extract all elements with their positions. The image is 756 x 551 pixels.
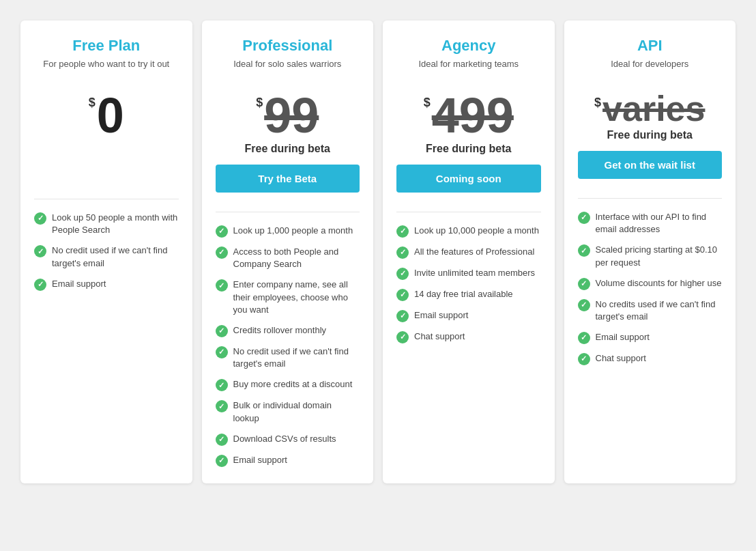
- feature-item: No credit used if we can't find target's…: [216, 345, 360, 370]
- plan-header-free: Free PlanFor people who want to try it o…: [34, 37, 179, 80]
- feature-text: Credits rollover monthly: [233, 324, 327, 337]
- feature-text: Email support: [596, 331, 650, 343]
- check-icon: [34, 245, 46, 257]
- check-icon: [396, 310, 409, 322]
- plan-card-professional: ProfessionalIdeal for solo sales warrior…: [202, 20, 374, 483]
- price-dollar-professional: $: [256, 96, 263, 109]
- feature-item: Email support: [396, 309, 541, 322]
- check-icon: [396, 246, 409, 259]
- plan-name-agency: Agency: [396, 37, 541, 55]
- check-icon: [216, 346, 228, 358]
- divider-free: [34, 199, 179, 199]
- features-list-professional: Look up 1,000 people a monthAccess to bo…: [216, 225, 360, 467]
- price-number-agency: 499: [432, 91, 514, 140]
- check-icon: [578, 244, 590, 257]
- feature-text: Bulk or individual domain lookup: [233, 399, 360, 424]
- plan-price-area-free: $0: [34, 80, 179, 186]
- plan-name-api: API: [578, 37, 723, 55]
- price-dollar-free: $: [89, 96, 96, 109]
- cta-button-professional[interactable]: Try the Beta: [216, 165, 360, 193]
- check-icon: [216, 246, 228, 259]
- cta-button-api[interactable]: Get on the wait list: [578, 151, 723, 179]
- feature-text: Access to both People and Company Search: [233, 246, 360, 270]
- price-dollar-agency: $: [424, 96, 431, 109]
- plan-price-area-api: $variesFree during betaGet on the wait l…: [578, 80, 723, 186]
- feature-text: Volume discounts for higher use: [596, 277, 722, 289]
- feature-item: Email support: [578, 331, 723, 344]
- feature-text: Invite unlimited team members: [414, 267, 535, 279]
- feature-item: Bulk or individual domain lookup: [216, 399, 360, 424]
- feature-text: Buy more credits at a discount: [233, 378, 353, 391]
- feature-item: Buy more credits at a discount: [216, 378, 360, 391]
- price-main-api: $varies: [578, 91, 723, 126]
- feature-text: Look up 1,000 people a month: [233, 225, 353, 237]
- check-icon: [396, 268, 409, 280]
- check-icon: [216, 379, 228, 391]
- feature-item: Email support: [34, 278, 179, 291]
- feature-item: All the features of Professional: [396, 246, 541, 259]
- check-icon: [578, 212, 590, 224]
- feature-text: No credit used if we can't find target's…: [52, 244, 179, 269]
- plan-card-free: Free PlanFor people who want to try it o…: [20, 20, 192, 483]
- feature-item: Chat support: [578, 352, 723, 365]
- feature-text: Look up 50 people a month with People Se…: [52, 212, 179, 236]
- check-icon: [396, 331, 409, 343]
- check-icon: [396, 289, 409, 301]
- feature-item: Credits rollover monthly: [216, 324, 360, 337]
- check-icon: [578, 332, 590, 344]
- plan-tagline-professional: Ideal for solo sales warriors: [216, 59, 360, 69]
- feature-text: Email support: [233, 454, 287, 466]
- feature-item: No credit used if we can't find target's…: [34, 244, 179, 269]
- price-main-agency: $499: [396, 91, 541, 140]
- plan-tagline-free: For people who want to try it out: [34, 59, 179, 69]
- feature-text: Look up 10,000 people a month: [414, 225, 539, 237]
- feature-item: Enter company name, see all their employ…: [216, 279, 360, 316]
- plan-card-api: APIIdeal for developers$variesFree durin…: [564, 20, 736, 483]
- feature-item: No credits used if we can't find target'…: [578, 298, 723, 323]
- price-dollar-api: $: [594, 96, 601, 109]
- check-icon: [396, 225, 409, 238]
- feature-item: Invite unlimited team members: [396, 267, 541, 280]
- feature-text: All the features of Professional: [414, 246, 534, 258]
- divider-agency: [396, 212, 541, 212]
- plan-header-professional: ProfessionalIdeal for solo sales warrior…: [216, 37, 360, 80]
- feature-text: Email support: [52, 278, 106, 290]
- plan-price-area-professional: $99Free during betaTry the Beta: [216, 80, 360, 199]
- feature-text: No credit used if we can't find target's…: [233, 345, 360, 370]
- plan-tagline-agency: Ideal for marketing teams: [396, 59, 541, 69]
- feature-text: Scaled pricing starting at $0.10 per req…: [596, 244, 723, 268]
- check-icon: [34, 279, 46, 291]
- feature-text: No credits used if we can't find target'…: [596, 298, 723, 323]
- cta-button-agency[interactable]: Coming soon: [396, 165, 541, 193]
- check-icon: [578, 278, 590, 290]
- feature-text: Enter company name, see all their employ…: [233, 279, 360, 316]
- feature-text: Interface with our API to find email add…: [596, 211, 723, 236]
- check-icon: [216, 455, 228, 467]
- price-number-professional: 99: [264, 91, 319, 140]
- check-icon: [216, 325, 228, 337]
- feature-item: Look up 50 people a month with People Se…: [34, 212, 179, 236]
- plan-price-area-agency: $499Free during betaComing soon: [396, 80, 541, 199]
- check-icon: [216, 434, 228, 446]
- plan-header-api: APIIdeal for developers: [578, 37, 723, 80]
- feature-item: Interface with our API to find email add…: [578, 211, 723, 236]
- check-icon: [34, 212, 46, 225]
- plan-name-professional: Professional: [216, 37, 360, 55]
- feature-text: Download CSVs of results: [233, 433, 336, 445]
- price-main-professional: $99: [216, 91, 360, 140]
- plan-header-agency: AgencyIdeal for marketing teams: [396, 37, 541, 80]
- feature-item: Look up 1,000 people a month: [216, 225, 360, 238]
- features-list-api: Interface with our API to find email add…: [578, 211, 723, 365]
- feature-text: Chat support: [414, 330, 465, 343]
- features-list-free: Look up 50 people a month with People Se…: [34, 212, 179, 291]
- feature-text: Email support: [414, 309, 468, 322]
- plan-card-agency: AgencyIdeal for marketing teams$499Free …: [383, 20, 555, 483]
- feature-item: Chat support: [396, 330, 541, 343]
- beta-label-professional: Free during beta: [216, 143, 360, 155]
- feature-item: Scaled pricing starting at $0.10 per req…: [578, 244, 723, 268]
- price-varies-api: varies: [602, 91, 705, 126]
- pricing-container: Free PlanFor people who want to try it o…: [14, 14, 742, 490]
- price-main-free: $0: [34, 91, 179, 140]
- price-number-free: 0: [97, 91, 124, 140]
- feature-item: Volume discounts for higher use: [578, 277, 723, 290]
